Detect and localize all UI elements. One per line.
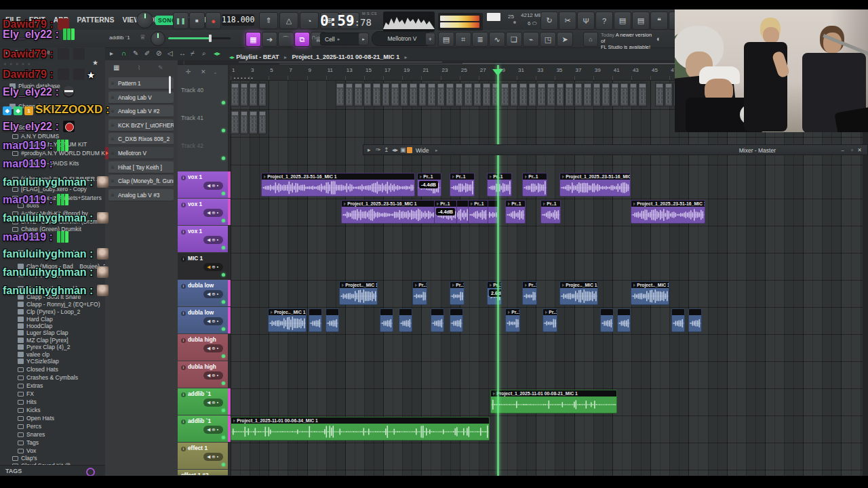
picker-item[interactable]: ≣KCK BrZY [_utOFHERE™ ]	[108, 119, 174, 131]
audio-clip[interactable]: ⊦Pr..1	[522, 173, 547, 197]
mixer-panel-icon[interactable]: ∿	[489, 32, 505, 47]
browser-item[interactable]: Extras	[18, 382, 119, 389]
audio-clip[interactable]: ⊦Projec.._MIC 1	[559, 281, 598, 305]
zoom-tool-icon[interactable]: ⌕	[202, 49, 206, 58]
arrow-next-icon[interactable]: ➔	[262, 32, 277, 47]
track-header[interactable]: iMIC 1◀⊕•	[178, 253, 228, 279]
plugin-picker-icon[interactable]: ⌁	[523, 32, 539, 47]
browser-item[interactable]: Aether Multi-Kit @prod.by	[12, 210, 114, 217]
track-led[interactable]	[222, 192, 225, 195]
minimap-left-arrow-icon[interactable]: 〈	[180, 60, 185, 66]
pattern-clip[interactable]	[473, 83, 482, 106]
audio-clip[interactable]: ⊦Project_1_2025..23-51-16_MIC 1	[261, 173, 415, 197]
browser-item[interactable]: [FLAG]_odby.xero - Copy	[12, 186, 114, 192]
playhead-line[interactable]	[497, 65, 499, 476]
audio-clip[interactable]: ⊦Pr..1	[450, 173, 475, 197]
record-arm-icon[interactable]: •	[217, 346, 220, 350]
pan-icon[interactable]: ⊕	[212, 210, 216, 215]
browser-item[interactable]: Clp (Pyrex) - Loop_2	[18, 308, 119, 315]
audio-clip[interactable]	[688, 308, 702, 332]
menu-item-patterns[interactable]: PATTERNS	[73, 9, 118, 30]
shop-icon[interactable]: ⌂	[583, 32, 598, 47]
browser-item[interactable]: #prodbyA.N.Y WORLD DRUM KIT - GALAKTIK	[12, 150, 114, 157]
pattern-clip[interactable]	[482, 83, 491, 106]
audio-clip[interactable]: ⊦Pr..1	[542, 308, 557, 332]
pattern-clip[interactable]	[418, 83, 427, 106]
oscilloscope[interactable]	[383, 12, 435, 32]
pan-icon[interactable]: ⊕	[212, 427, 216, 432]
minimize-button[interactable]: –	[842, 147, 844, 153]
draw-tool-icon[interactable]: ✎	[133, 49, 138, 57]
mixer-window-titlebar[interactable]: ▸✑↥◂▸▣ Wide ▸ Mixer - Master –▫✕	[363, 144, 868, 155]
pattern-clip[interactable]	[345, 83, 354, 106]
audio-clip[interactable]	[380, 308, 393, 332]
wait-input-icon[interactable]: ◔	[300, 12, 319, 29]
step-sequencer-icon[interactable]: ▦	[245, 32, 261, 47]
record-arm-icon[interactable]: •	[217, 373, 220, 378]
pattern-clip[interactable]	[400, 83, 409, 106]
browser-item[interactable]: Clapp - Ronnyj_2 (EQ+LFO)	[18, 301, 119, 308]
pattern-clip[interactable]	[336, 83, 344, 106]
pattern-clip[interactable]	[409, 83, 418, 106]
audio-clip[interactable]	[399, 308, 412, 332]
time-display[interactable]: 0:59:78 M:S:CS	[320, 13, 372, 29]
browser-item[interactable]: valee clp	[18, 351, 119, 358]
pattern-clip[interactable]	[258, 83, 267, 106]
track-led[interactable]	[222, 409, 225, 412]
update-notification[interactable]: Today A newer version of FL Studio is av…	[601, 32, 654, 50]
track-header[interactable]: idubla high◀⊕•	[178, 334, 228, 361]
typing-keyboard-icon[interactable]: ⇑	[259, 12, 278, 29]
globe-icon[interactable]: ◐	[656, 35, 661, 43]
browser-item[interactable]: A.N.Y DRUMS	[12, 133, 114, 140]
mixer-view-icon[interactable]	[407, 147, 412, 153]
browser-item[interactable]: Chase (Green) Drumkit	[12, 226, 114, 232]
pattern-clip[interactable]	[593, 83, 601, 106]
picker-scrollbar[interactable]	[169, 76, 171, 94]
record-arm-icon[interactable]: •	[217, 427, 220, 432]
browser-item[interactable]: Pyrex Clap (4)_2	[18, 344, 119, 350]
stereo-icon[interactable]: ◂▸	[392, 146, 398, 153]
browser-nav-icons[interactable]: ◂ ▴ ⟲	[4, 49, 19, 56]
touch-controller-icon[interactable]: ➤	[557, 32, 573, 47]
audio-clip[interactable]: ⊦Project.._MIC 1	[339, 281, 378, 305]
track-header[interactable]: ivox 1◀⊕•	[178, 226, 228, 252]
audio-clip[interactable]: ⊦Pr..1	[540, 200, 561, 224]
tempo-tap-icon[interactable]: ◳	[540, 32, 556, 47]
record-arm-icon[interactable]: •	[217, 400, 220, 405]
track-header[interactable]: effect 1 #2	[178, 470, 228, 475]
picker-item[interactable]: ≣Clap (Moneyb_ft. Gunna)	[108, 175, 174, 187]
pattern-clip[interactable]	[427, 83, 436, 106]
track-header[interactable]: ivox 1◀⊕•	[178, 199, 228, 225]
audio-clip[interactable]: ⊦Pr..1	[505, 308, 520, 332]
picker-grid-icon[interactable]: ▦	[113, 64, 119, 71]
pattern-clip[interactable]	[249, 110, 258, 134]
audio-clip[interactable]: ⊦Pr..1-4.4dB	[417, 173, 441, 197]
add-track-icon[interactable]: ✛	[186, 68, 191, 75]
audio-clip[interactable]: ⊦Project_1_2025..23-51-16_MIC 1	[631, 200, 705, 224]
picker-item[interactable]: ≣Mellotron V	[108, 147, 174, 159]
picker-item[interactable]: ≣Analog Lab V	[108, 92, 174, 104]
track-lane[interactable]	[231, 280, 863, 308]
track-led[interactable]	[222, 300, 225, 304]
browser-item[interactable]: HoodClap	[18, 323, 119, 329]
pattern-clip[interactable]	[500, 83, 509, 106]
menu-item-add[interactable]: ADD	[50, 9, 73, 30]
browser-item[interactable]: YCSizleSlap	[18, 358, 119, 365]
mute-tool-icon[interactable]: ◁	[167, 49, 173, 57]
track-controls[interactable]: ◀⊕•	[203, 209, 223, 217]
snap-selector[interactable]: Cell▸	[320, 33, 363, 45]
track-lane[interactable]	[231, 443, 863, 470]
maximize-button[interactable]: ▫	[851, 147, 853, 153]
pattern-clip[interactable]	[620, 83, 629, 106]
track-controls[interactable]: ◀⊕•	[203, 344, 223, 352]
pattern-clip[interactable]	[391, 83, 399, 106]
browser-section[interactable]: Scores	[9, 124, 111, 131]
stop-button[interactable]: ■	[189, 12, 205, 29]
master-volume-knob[interactable]	[136, 12, 153, 28]
track-header[interactable]: Track 41	[178, 109, 228, 136]
pattern-clip[interactable]	[519, 83, 528, 106]
audio-clip[interactable]: ⊦Pr..1	[450, 281, 465, 305]
close-button[interactable]: ✕	[857, 147, 862, 153]
link-icon[interactable]: ⧉	[294, 32, 310, 47]
audio-clip[interactable]: ⊦Pr..12.6dB	[487, 281, 502, 305]
